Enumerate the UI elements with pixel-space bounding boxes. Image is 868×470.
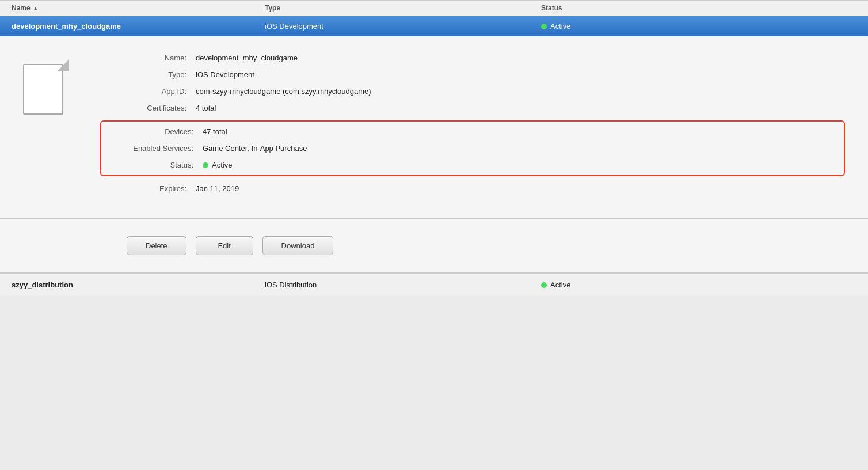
bottom-status-dot [541, 282, 547, 288]
highlight-box: Devices: 47 total Enabled Services: Game… [100, 120, 845, 176]
file-body [23, 64, 63, 115]
devices-label: Devices: [111, 127, 203, 136]
table-header: Name ▲ Type Status [0, 0, 868, 16]
bottom-row-name: szyy_distribution [0, 281, 265, 289]
name-value: development_mhy_cloudgame [196, 54, 298, 62]
col-header-type: Type [265, 4, 541, 12]
col-status-label: Status [541, 4, 562, 12]
name-label: Name: [104, 54, 196, 62]
type-value: iOS Development [196, 70, 254, 79]
field-certs-row: Certificates: 4 total [104, 104, 845, 112]
appid-value: com-szyy-mhycloudgame (com.szyy.mhycloud… [196, 87, 371, 96]
field-type-row: Type: iOS Development [104, 70, 845, 79]
field-status-row: Status: Active [111, 161, 835, 169]
status-inline: Active [203, 161, 232, 169]
status-value: Active [203, 161, 232, 169]
devices-value: 47 total [203, 127, 227, 136]
field-devices-row: Devices: 47 total [111, 127, 835, 136]
status-label: Status: [111, 161, 203, 169]
col-header-name: Name ▲ [0, 4, 265, 12]
bottom-row-status: Active [541, 281, 868, 289]
expires-label: Expires: [104, 184, 196, 193]
col-name-label: Name [12, 4, 31, 12]
main-container: Name ▲ Type Status development_mhy_cloud… [0, 0, 868, 470]
col-header-status: Status [541, 4, 868, 12]
appid-label: App ID: [104, 87, 196, 96]
bottom-row-type: iOS Distribution [265, 281, 541, 289]
detail-fields: Name: development_mhy_cloudgame Type: iO… [104, 54, 845, 201]
status-dot [203, 162, 208, 168]
delete-button[interactable]: Delete [127, 236, 186, 255]
download-button[interactable]: Download [262, 236, 334, 255]
selected-row-name: development_mhy_cloudgame [0, 22, 265, 31]
button-row: Delete Edit Download [0, 219, 868, 273]
field-services-row: Enabled Services: Game Center, In-App Pu… [111, 144, 835, 153]
highlight-fields: Devices: 47 total Enabled Services: Game… [111, 127, 835, 169]
edit-button[interactable]: Edit [196, 236, 253, 255]
services-value: Game Center, In-App Purchase [203, 144, 307, 153]
file-icon [23, 59, 69, 115]
status-dot-green [541, 24, 547, 29]
col-type-label: Type [265, 4, 280, 12]
field-expires-row: Expires: Jan 11, 2019 [104, 184, 845, 193]
file-fold [58, 59, 69, 71]
services-label: Enabled Services: [111, 144, 203, 153]
field-name-row: Name: development_mhy_cloudgame [104, 54, 845, 62]
sort-arrow-icon: ▲ [33, 5, 39, 12]
type-label: Type: [104, 70, 196, 79]
certs-label: Certificates: [104, 104, 196, 112]
field-appid-row: App ID: com-szyy-mhycloudgame (com.szyy.… [104, 87, 845, 96]
bottom-table-row[interactable]: szyy_distribution iOS Distribution Activ… [0, 273, 868, 296]
selected-row-type: iOS Development [265, 22, 541, 31]
expires-value: Jan 11, 2019 [196, 184, 239, 193]
selected-row-status: Active [541, 22, 868, 31]
certs-value: 4 total [196, 104, 216, 112]
selected-table-row[interactable]: development_mhy_cloudgame iOS Developmen… [0, 16, 868, 36]
detail-panel: Name: development_mhy_cloudgame Type: iO… [0, 36, 868, 219]
file-icon-wrap [23, 54, 81, 201]
